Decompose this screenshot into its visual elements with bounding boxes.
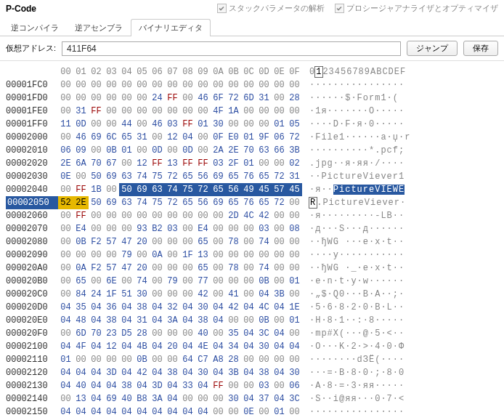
hex-byte[interactable]: 00 bbox=[241, 118, 256, 131]
hex-byte[interactable]: B8 bbox=[134, 392, 150, 405]
hex-byte[interactable]: 1F bbox=[180, 249, 195, 262]
hex-byte[interactable]: 36 bbox=[104, 301, 119, 314]
hex-byte[interactable]: 3C bbox=[256, 327, 272, 340]
hex-byte[interactable]: 65 bbox=[119, 131, 134, 144]
hex-byte[interactable]: 00 bbox=[180, 262, 195, 275]
hex-byte[interactable]: 32 bbox=[165, 301, 180, 314]
hex-byte[interactable]: 75 bbox=[150, 196, 165, 209]
hex-byte[interactable]: 79 bbox=[119, 249, 134, 262]
hex-byte[interactable]: 00 bbox=[89, 353, 104, 366]
hex-byte[interactable]: 05 bbox=[287, 118, 302, 131]
hex-byte[interactable]: 04 bbox=[58, 366, 73, 379]
hex-byte[interactable]: 00 bbox=[287, 235, 302, 249]
hex-byte[interactable]: 00 bbox=[150, 105, 165, 118]
hex-byte[interactable]: 31 bbox=[73, 105, 89, 118]
hex-byte[interactable]: 00 bbox=[195, 105, 211, 118]
hex-byte[interactable]: 04 bbox=[150, 301, 165, 314]
hex-byte[interactable]: 0A bbox=[73, 262, 89, 275]
hex-byte[interactable]: 01 bbox=[272, 405, 287, 419]
hex-byte[interactable]: 69 bbox=[134, 183, 150, 196]
hex-byte[interactable]: 00 bbox=[134, 105, 150, 118]
hex-byte[interactable]: 00 bbox=[89, 249, 104, 262]
hex-byte[interactable]: 31 bbox=[256, 92, 272, 105]
hex-byte[interactable]: 01 bbox=[241, 131, 256, 144]
hex-byte[interactable]: 0A bbox=[150, 249, 165, 262]
hex-byte[interactable]: 04 bbox=[58, 405, 73, 419]
hex-byte[interactable]: 00 bbox=[58, 105, 73, 118]
hex-byte[interactable]: F2 bbox=[89, 262, 104, 275]
hex-byte[interactable]: 3C bbox=[287, 392, 302, 405]
hex-byte[interactable]: 00 bbox=[180, 78, 195, 92]
hex-byte[interactable]: 00 bbox=[165, 209, 180, 222]
hex-byte[interactable]: 77 bbox=[195, 275, 211, 288]
hex-byte[interactable]: 00 bbox=[104, 105, 119, 118]
hex-row[interactable]: 000020202E6A70670012FF13FFFF032F01000002… bbox=[6, 157, 501, 170]
hex-byte[interactable]: 00 bbox=[58, 288, 73, 301]
hex-byte[interactable]: 04 bbox=[89, 366, 104, 379]
hex-byte[interactable]: 0D bbox=[73, 118, 89, 131]
hex-byte[interactable]: 01 bbox=[287, 314, 302, 327]
hex-byte[interactable]: 38 bbox=[195, 314, 211, 327]
hex-row[interactable]: 0000211001000000000B000064C7A82800000000… bbox=[6, 353, 501, 366]
hex-byte[interactable]: 3B bbox=[287, 144, 302, 157]
hex-byte[interactable]: 45 bbox=[256, 183, 272, 196]
hex-byte[interactable]: 00 bbox=[226, 405, 241, 419]
hex-byte[interactable]: 00 bbox=[104, 353, 119, 366]
hex-byte[interactable]: 04 bbox=[241, 327, 256, 340]
hex-byte[interactable]: 00 bbox=[104, 183, 119, 196]
hex-byte[interactable]: 47 bbox=[119, 262, 134, 275]
hex-byte[interactable]: 04 bbox=[287, 340, 302, 353]
hex-byte[interactable]: 20 bbox=[165, 340, 180, 353]
hex-byte[interactable]: 00 bbox=[165, 78, 180, 92]
hex-byte[interactable]: 69 bbox=[104, 196, 119, 209]
hex-byte[interactable]: 0F bbox=[211, 131, 226, 144]
hex-byte[interactable]: 04 bbox=[119, 405, 134, 419]
hex-byte[interactable]: 04 bbox=[195, 405, 211, 419]
hex-byte[interactable]: 00 bbox=[89, 92, 104, 105]
hex-byte[interactable]: 00 bbox=[241, 275, 256, 288]
hex-byte[interactable]: 69 bbox=[211, 196, 226, 209]
hex-byte[interactable]: 00 bbox=[165, 105, 180, 118]
hex-byte[interactable]: 04 bbox=[256, 288, 272, 301]
hex-byte[interactable]: 04 bbox=[89, 392, 104, 405]
hex-byte[interactable]: 00 bbox=[119, 222, 134, 235]
hex-byte[interactable]: 31 bbox=[134, 131, 150, 144]
option-stack-analysis[interactable]: スタックパラメータの解析 bbox=[217, 3, 325, 14]
tab-binary-editor[interactable]: バイナリエディタ bbox=[131, 19, 211, 36]
hex-byte[interactable]: 00 bbox=[104, 118, 119, 131]
hex-byte[interactable]: 20 bbox=[134, 262, 150, 275]
hex-byte[interactable]: 00 bbox=[58, 78, 73, 92]
hex-byte[interactable]: 50 bbox=[119, 183, 134, 196]
hex-byte[interactable]: 30 bbox=[287, 366, 302, 379]
hex-byte[interactable]: 00 bbox=[119, 275, 134, 288]
hex-row[interactable]: 0000206000FF0000000000000000002D4C420000… bbox=[6, 209, 501, 222]
hex-byte[interactable]: 38 bbox=[134, 301, 150, 314]
hex-byte[interactable]: 04 bbox=[150, 340, 165, 353]
hex-byte[interactable]: 04 bbox=[180, 340, 195, 353]
hex-byte[interactable]: 04 bbox=[211, 340, 226, 353]
save-button[interactable]: 保存 bbox=[463, 41, 498, 56]
hex-byte[interactable]: 09 bbox=[73, 144, 89, 157]
hex-byte[interactable]: 70 bbox=[241, 144, 256, 157]
hex-byte[interactable]: 00 bbox=[150, 288, 165, 301]
hex-byte[interactable]: 00 bbox=[211, 262, 226, 275]
hex-byte[interactable]: 00 bbox=[134, 78, 150, 92]
hex-byte[interactable]: 00 bbox=[150, 262, 165, 275]
hex-byte[interactable]: 00 bbox=[89, 144, 104, 157]
hex-row[interactable]: 000021400013046940B83A04000000300437043C… bbox=[6, 392, 501, 405]
hex-row[interactable]: 000020A0000AF257472000000065007800740000… bbox=[6, 262, 501, 275]
hex-byte[interactable]: 74 bbox=[134, 196, 150, 209]
hex-row[interactable]: 000020C00084241F513000000042004100043B00… bbox=[6, 288, 501, 301]
hex-byte[interactable]: 24 bbox=[150, 92, 165, 105]
hex-byte[interactable]: 65 bbox=[73, 275, 89, 288]
hex-byte[interactable]: 00 bbox=[180, 288, 195, 301]
hex-byte[interactable]: 13 bbox=[73, 392, 89, 405]
hex-byte[interactable]: FF bbox=[73, 209, 89, 222]
hex-byte[interactable]: 28 bbox=[134, 327, 150, 340]
hex-byte[interactable]: 00 bbox=[241, 288, 256, 301]
hex-byte[interactable]: FF bbox=[180, 157, 195, 170]
hex-byte[interactable]: 04 bbox=[150, 314, 165, 327]
hex-byte[interactable]: 00 bbox=[104, 222, 119, 235]
hex-byte[interactable]: 69 bbox=[104, 170, 119, 183]
hex-byte[interactable]: 00 bbox=[150, 78, 165, 92]
